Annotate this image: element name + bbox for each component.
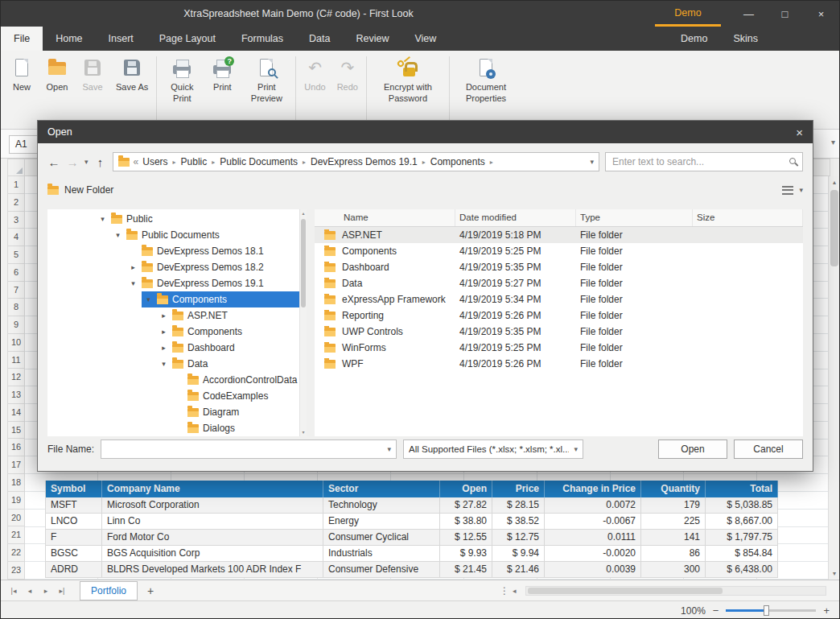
file-row[interactable]: Dashboard 4/19/2019 5:35 PM File folder xyxy=(315,259,803,275)
breadcrumb[interactable]: « Users ▸ Public ▸ Publ xyxy=(113,152,599,171)
row-header[interactable]: 20 xyxy=(7,510,25,527)
view-mode-icon[interactable] xyxy=(782,186,793,195)
save-button[interactable]: Save xyxy=(75,55,110,93)
file-name-combo[interactable]: ▾ xyxy=(101,439,397,459)
add-sheet-button[interactable]: + xyxy=(147,584,154,597)
row-header[interactable]: 14 xyxy=(7,404,25,422)
row-header[interactable]: 7 xyxy=(7,282,25,299)
sheet-nav-button[interactable]: ▸ xyxy=(39,587,52,595)
tree-item[interactable]: Diagram xyxy=(47,404,299,420)
file-type-combo[interactable]: All Supported Files (*.xlsx; *.xlsm; *.x… xyxy=(403,439,583,459)
tree-item[interactable]: DevExpress Demos 18.1 xyxy=(47,243,299,259)
undo-button[interactable]: ↶ Undo xyxy=(299,55,331,93)
ribbon-tab[interactable]: Page Layout xyxy=(146,27,229,51)
horizontal-scrollbar[interactable] xyxy=(525,586,826,596)
breadcrumb-separator-icon[interactable]: ▸ xyxy=(212,159,215,166)
ribbon-tab[interactable]: File xyxy=(1,27,43,51)
print-button[interactable]: ? Print xyxy=(204,55,240,93)
expander-icon[interactable]: ▾ xyxy=(144,295,153,303)
tree-item[interactable]: ▸ Components xyxy=(47,324,299,340)
row-header[interactable]: 1 xyxy=(7,176,25,194)
tree-item[interactable]: ▾ Components xyxy=(47,291,299,307)
tree-item[interactable]: ▾ Data xyxy=(47,356,299,372)
ribbon-tab[interactable]: Insert xyxy=(96,27,146,51)
expander-icon[interactable]: ▸ xyxy=(159,344,168,352)
breadcrumb-dropdown-icon[interactable]: ▾ xyxy=(590,158,594,166)
print-preview-button[interactable]: Print Preview xyxy=(240,55,293,105)
back-button[interactable]: ← xyxy=(47,155,60,169)
breadcrumb-segment[interactable]: Users ▸ xyxy=(142,156,175,167)
ribbon-tab[interactable]: Formulas xyxy=(229,27,296,51)
file-row[interactable]: eXpressApp Framework 4/19/2019 5:34 PM F… xyxy=(315,291,803,307)
row-header[interactable]: 16 xyxy=(7,439,25,456)
expander-icon[interactable]: ▾ xyxy=(129,279,138,287)
ribbon-tab[interactable]: Data xyxy=(296,27,343,51)
sheet-nav-button[interactable]: ◂ xyxy=(23,587,36,595)
chevron-down-icon[interactable]: ▾ xyxy=(574,445,578,453)
ribbon-tab[interactable]: Review xyxy=(343,27,401,51)
row-header[interactable]: 18 xyxy=(7,474,25,492)
table-row[interactable]: BGSC BGS Acquisition Corp Industrials $ … xyxy=(46,546,778,562)
table-row[interactable]: MSFT Microsoft Corporation Technology $ … xyxy=(46,497,778,514)
chevron-down-icon[interactable]: ▾ xyxy=(387,445,391,453)
table-row[interactable]: LNCO Linn Co Energy $ 38.80 $ 38.52 -0.0… xyxy=(46,514,778,530)
row-header[interactable]: 9 xyxy=(7,316,25,334)
file-row[interactable]: Data 4/19/2019 5:27 PM File folder xyxy=(315,275,803,291)
search-input[interactable] xyxy=(606,153,802,171)
scroll-up-icon[interactable]: ▴ xyxy=(300,209,307,217)
file-row[interactable]: Components 4/19/2019 5:25 PM File folder xyxy=(315,243,803,259)
sheet-nav-button[interactable]: |◂ xyxy=(7,587,20,595)
ribbon-tab-right[interactable]: Skins xyxy=(720,27,771,51)
scrollbar-thumb[interactable] xyxy=(830,190,838,266)
row-header[interactable]: 22 xyxy=(7,544,25,562)
redo-button[interactable]: ↷ Redo xyxy=(331,55,364,93)
breadcrumb-separator-icon[interactable]: ▸ xyxy=(303,159,306,166)
document-properties-button[interactable]: Document Properties xyxy=(452,55,520,105)
column-header-type[interactable]: Type xyxy=(576,209,693,226)
expander-icon[interactable]: ▾ xyxy=(159,360,168,368)
tree-item[interactable]: ▾ Public xyxy=(47,211,299,227)
maximize-button[interactable]: □ xyxy=(767,1,803,27)
tree-item[interactable]: AccordionControlData xyxy=(47,372,299,388)
expander-icon[interactable]: ▾ xyxy=(98,215,107,223)
view-mode-dropdown-icon[interactable]: ▾ xyxy=(799,186,803,194)
scroll-down-icon[interactable]: ▾ xyxy=(300,428,307,436)
file-row[interactable]: ASP.NET 4/19/2019 5:18 PM File folder xyxy=(315,227,803,243)
expander-icon[interactable]: ▸ xyxy=(159,312,168,320)
tree-item[interactable]: ▸ Dashboard xyxy=(47,340,299,356)
row-header[interactable]: 4 xyxy=(7,229,25,246)
cancel-button[interactable]: Cancel xyxy=(734,439,803,459)
dialog-close-button[interactable]: × xyxy=(796,126,803,139)
breadcrumb-separator-icon[interactable]: ▸ xyxy=(490,159,493,166)
tree-item[interactable]: ▸ ASP.NET xyxy=(47,307,299,324)
breadcrumb-segment[interactable]: Public ▸ xyxy=(181,156,216,167)
select-all-corner[interactable] xyxy=(7,159,25,176)
minimize-button[interactable]: — xyxy=(731,1,767,27)
column-header-name[interactable]: Name xyxy=(315,209,455,226)
tree-item[interactable]: Dialogs xyxy=(47,420,299,436)
row-header[interactable]: 6 xyxy=(7,264,25,282)
open-button[interactable]: Open xyxy=(39,55,75,93)
save-as-button[interactable]: Save As xyxy=(110,55,154,93)
history-dropdown-icon[interactable]: ▾ xyxy=(84,158,89,166)
row-header[interactable]: 12 xyxy=(7,369,25,386)
row-header[interactable]: 3 xyxy=(7,212,25,229)
scrollbar-thumb[interactable] xyxy=(301,219,306,307)
row-header[interactable]: 11 xyxy=(7,352,25,369)
expander-icon[interactable]: ▾ xyxy=(113,231,122,239)
tree-item[interactable]: ▾ DevExpress Demos 19.1 xyxy=(47,275,299,291)
tree-item[interactable]: ▸ DevExpress Demos 18.2 xyxy=(47,259,299,275)
breadcrumb-separator-icon[interactable]: ▸ xyxy=(422,159,426,166)
breadcrumb-segment[interactable]: DevExpress Demos 19.1 ▸ xyxy=(311,156,426,167)
open-confirm-button[interactable]: Open xyxy=(658,439,727,459)
breadcrumb-separator-icon[interactable]: ▸ xyxy=(173,159,176,166)
scroll-down-icon[interactable]: ▾ xyxy=(829,567,840,580)
hscroll-left-icon[interactable]: ◂ xyxy=(513,587,517,595)
encrypt-with-password-button[interactable]: Encrypt with Password xyxy=(369,55,447,105)
forward-button[interactable]: → xyxy=(66,155,79,169)
row-header[interactable]: 2 xyxy=(7,194,25,212)
row-header[interactable]: 8 xyxy=(7,299,25,316)
column-header-size[interactable]: Size xyxy=(693,209,803,226)
new-folder-button[interactable]: New Folder xyxy=(64,184,113,196)
scrollbar-thumb[interactable] xyxy=(528,588,723,594)
